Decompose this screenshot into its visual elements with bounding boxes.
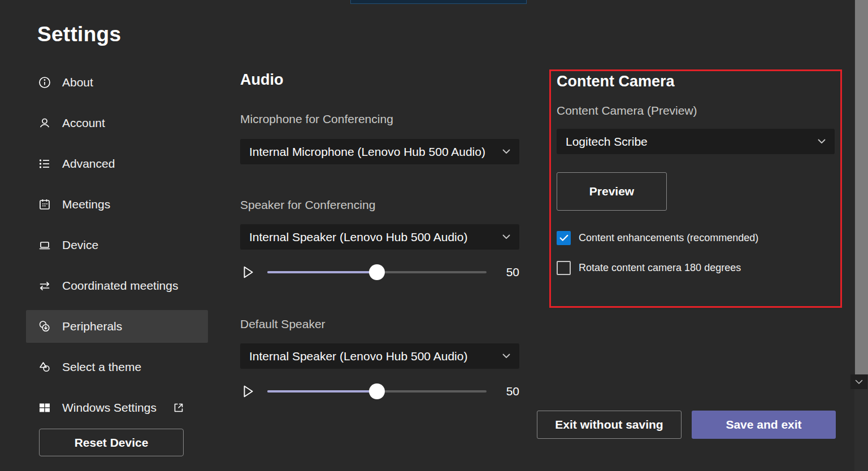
sidebar: About Account Advanced bbox=[26, 62, 208, 428]
sidebar-item-account[interactable]: Account bbox=[26, 103, 208, 143]
sidebar-item-advanced[interactable]: Advanced bbox=[26, 143, 208, 184]
sidebar-item-label: About bbox=[62, 76, 93, 89]
save-and-exit-button[interactable]: Save and exit bbox=[692, 411, 836, 439]
speaker-dropdown[interactable]: Internal Speaker (Lenovo Hub 500 Audio) bbox=[240, 224, 519, 250]
sidebar-item-label: Meetings bbox=[62, 198, 110, 211]
sync-arrows-icon bbox=[37, 278, 52, 293]
sidebar-item-label: Select a theme bbox=[62, 360, 141, 374]
default-speaker-volume-value: 50 bbox=[500, 385, 519, 398]
sidebar-item-about[interactable]: About bbox=[26, 62, 208, 103]
default-speaker-value: Internal Speaker (Lenovo Hub 500 Audio) bbox=[249, 350, 498, 363]
exit-without-saving-button[interactable]: Exit without saving bbox=[537, 411, 682, 439]
default-speaker-label: Default Speaker bbox=[240, 317, 519, 331]
content-camera-value: Logitech Scribe bbox=[566, 135, 813, 149]
chevron-down-icon bbox=[502, 234, 510, 239]
sidebar-item-label: Coordinated meetings bbox=[62, 279, 178, 293]
person-icon bbox=[37, 116, 52, 130]
audio-title: Audio bbox=[240, 71, 519, 89]
sidebar-item-windows-settings[interactable]: Windows Settings bbox=[26, 387, 208, 428]
slider-thumb[interactable] bbox=[369, 383, 385, 399]
default-speaker-volume-slider[interactable] bbox=[267, 383, 487, 399]
vertical-scrollbar[interactable] bbox=[854, 0, 868, 471]
speaker-value: Internal Speaker (Lenovo Hub 500 Audio) bbox=[249, 230, 498, 244]
cropped-top-window bbox=[350, 0, 527, 4]
windows-logo-icon bbox=[37, 400, 52, 415]
sidebar-item-label: Windows Settings bbox=[62, 401, 157, 415]
play-test-sound-button[interactable] bbox=[240, 264, 256, 280]
content-enhancements-checkbox[interactable]: Content enhancements (recommended) bbox=[557, 231, 758, 245]
speaker-volume-slider[interactable] bbox=[267, 264, 487, 280]
sidebar-item-meetings[interactable]: Meetings bbox=[26, 184, 208, 225]
checkbox-icon bbox=[557, 261, 571, 275]
checkbox-label: Content enhancements (recommended) bbox=[579, 232, 758, 244]
sidebar-item-label: Account bbox=[62, 116, 105, 130]
chevron-down-icon bbox=[502, 354, 510, 359]
default-speaker-volume-row: 50 bbox=[240, 379, 519, 404]
reset-device-button[interactable]: Reset Device bbox=[39, 429, 184, 456]
page-title: Settings bbox=[37, 23, 121, 46]
rotate-camera-checkbox[interactable]: Rotate content camera 180 degrees bbox=[557, 261, 741, 275]
settings-screen: Settings About Account bbox=[0, 0, 868, 471]
scrollbar-thumb[interactable] bbox=[855, 0, 868, 374]
slider-thumb[interactable] bbox=[369, 264, 385, 280]
sidebar-item-label: Device bbox=[62, 238, 98, 252]
speaker-volume-row: 50 bbox=[240, 260, 519, 285]
info-icon bbox=[37, 75, 52, 90]
checkbox-icon bbox=[557, 231, 571, 245]
sidebar-item-device[interactable]: Device bbox=[26, 225, 208, 265]
play-test-sound-button[interactable] bbox=[240, 383, 256, 399]
sidebar-item-label: Advanced bbox=[62, 157, 115, 171]
microphone-label: Microphone for Conferencing bbox=[240, 112, 519, 126]
laptop-icon bbox=[37, 238, 52, 252]
scrollbar-down-button[interactable] bbox=[850, 374, 867, 389]
content-camera-title: Content Camera bbox=[557, 73, 675, 90]
bullet-list-icon bbox=[37, 156, 52, 171]
sidebar-item-peripherals[interactable]: Peripherals bbox=[26, 310, 208, 343]
default-speaker-dropdown[interactable]: Internal Speaker (Lenovo Hub 500 Audio) bbox=[240, 343, 519, 369]
shapes-icon bbox=[37, 360, 52, 374]
content-camera-section-highlight: Content Camera Content Camera (Preview) … bbox=[549, 69, 842, 308]
speaker-volume-value: 50 bbox=[500, 265, 519, 279]
microphone-dropdown[interactable]: Internal Microphone (Lenovo Hub 500 Audi… bbox=[240, 139, 519, 164]
chevron-down-icon bbox=[502, 149, 510, 154]
content-camera-label: Content Camera (Preview) bbox=[557, 104, 697, 117]
sidebar-item-coordinated-meetings[interactable]: Coordinated meetings bbox=[26, 265, 208, 306]
microphone-value: Internal Microphone (Lenovo Hub 500 Audi… bbox=[249, 145, 498, 159]
checkbox-label: Rotate content camera 180 degrees bbox=[579, 262, 741, 274]
content-camera-dropdown[interactable]: Logitech Scribe bbox=[557, 129, 835, 154]
speaker-label: Speaker for Conferencing bbox=[240, 198, 519, 212]
sidebar-item-label: Peripherals bbox=[62, 320, 122, 333]
calendar-icon bbox=[37, 197, 52, 212]
chevron-down-icon bbox=[818, 139, 826, 144]
audio-section: Audio Microphone for Conferencing Intern… bbox=[240, 71, 519, 404]
external-link-icon bbox=[172, 402, 185, 414]
preview-button[interactable]: Preview bbox=[557, 172, 667, 211]
peripherals-icon bbox=[37, 319, 52, 334]
sidebar-item-select-a-theme[interactable]: Select a theme bbox=[26, 347, 208, 387]
